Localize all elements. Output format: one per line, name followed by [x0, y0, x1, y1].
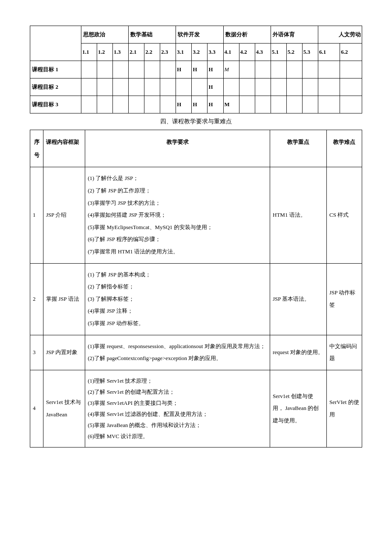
- req-head-seq: 序号: [30, 130, 43, 167]
- req-head-focus: 教学重点: [270, 130, 327, 167]
- req-r1-item-5: (5)掌握 MyEclipsesTomcat、MySQ1 的安装与使用；: [88, 221, 267, 234]
- matrix-r2-c12: [255, 78, 271, 96]
- matrix-r1-c12: [255, 61, 271, 78]
- req-r3-item-2: (2)了解 pageContextconfig>page>exception 对…: [88, 352, 267, 365]
- req-r4-seq: 4: [30, 370, 43, 447]
- req-head-seq-text: 序号: [34, 139, 40, 158]
- req-r2-frame: 掌握 JSP 语法: [43, 263, 85, 335]
- matrix-r3-c11: [239, 96, 255, 113]
- matrix-r2-c16: [318, 78, 340, 96]
- matrix-sub-1-3: 1.3: [113, 44, 129, 61]
- matrix-r2-c2: [97, 78, 113, 96]
- req-head-frame: 课程内容框架: [43, 130, 85, 167]
- matrix-r3-c9: H: [208, 96, 223, 113]
- matrix-sub-3-1: 3.1: [176, 44, 192, 61]
- matrix-row1-label: 课程目标 1: [30, 61, 81, 78]
- matrix-r2-c15: [302, 78, 318, 96]
- matrix-r3-c7: H: [176, 96, 192, 113]
- matrix-r2-c9: H: [208, 78, 223, 96]
- matrix-group-4: 数据分析: [223, 26, 271, 44]
- matrix-group-6: 人文劳动: [318, 26, 362, 44]
- matrix-r1-c16: [318, 61, 340, 78]
- req-r1-item-7: (7)掌握常用 HTM1 语法的使用方法。: [88, 246, 267, 258]
- matrix-group-2: 数学基础: [129, 26, 176, 44]
- req-r4-focus: Serv1et 创建与使用， JavaBean 的创建与使用。: [270, 370, 327, 447]
- matrix-row-3: 课程目标 3 H H H M: [30, 96, 362, 113]
- matrix-sub-6-2: 6.2: [340, 44, 362, 61]
- req-r3-focus: request 对象的使用。: [270, 335, 327, 370]
- matrix-group-3: 软件开发: [176, 26, 223, 44]
- matrix-r1-c8: H: [192, 61, 208, 78]
- matrix-sub-5-3: 5.3: [302, 44, 318, 61]
- req-r1-item-6: (6)了解 JSP 程序的编写步骤；: [88, 233, 267, 246]
- matrix-r2-c17: [340, 78, 362, 96]
- req-r1-item-2: (2) 了解 JSP 的工作原理；: [88, 185, 267, 197]
- req-row-1: 1 JSP 介绍 (1) 了解什么是 JSP； (2) 了解 JSP 的工作原理…: [30, 167, 362, 263]
- matrix-sub-4-3: 4.3: [255, 44, 271, 61]
- requirements-table: 序号 课程内容框架 教学要求 教学重点 教学难点 1 JSP 介绍 (1) 了解…: [30, 130, 362, 447]
- matrix-r1-c15: [302, 61, 318, 78]
- req-r3-diff: 中文编码问题: [327, 335, 362, 370]
- matrix-r3-c6: [160, 96, 176, 113]
- req-r1-frame: JSP 介绍: [43, 167, 85, 263]
- req-r2-focus: JSP 基本语法。: [270, 263, 327, 335]
- matrix-r2-c1: [81, 78, 97, 96]
- req-r2-req: (1) 了解 JSP 的基本构成； (2) 了解指令标签； (3) 了解脚本标签…: [85, 263, 270, 335]
- req-r1-item-1: (1) 了解什么是 JSP；: [88, 172, 267, 185]
- req-r1-seq: 1: [30, 167, 43, 263]
- matrix-sub-2-1: 2.1: [129, 44, 144, 61]
- req-r1-req: (1) 了解什么是 JSP； (2) 了解 JSP 的工作原理； (3)掌握学习…: [85, 167, 270, 263]
- matrix-sub-6-1: 6.1: [318, 44, 340, 61]
- req-r2-item-1: (1) 了解 JSP 的基本构成；: [88, 269, 267, 281]
- req-r4-frame: Serv1et 技术与 JavaBean: [43, 370, 85, 447]
- matrix-r3-c16: [318, 96, 340, 113]
- matrix-r3-c13: [271, 96, 286, 113]
- section-title: 四、课程教学要求与重难点: [30, 118, 362, 125]
- matrix-r3-c15: [302, 96, 318, 113]
- matrix-r2-c7: [176, 78, 192, 96]
- req-r2-seq: 2: [30, 263, 43, 335]
- req-r2-item-4: (4)掌握 JSP 注释；: [88, 305, 267, 317]
- req-r3-req: (1)掌握 request、responsesession、applicatio…: [85, 335, 270, 370]
- matrix-r2-c13: [271, 78, 286, 96]
- matrix-group-1: 思想政治: [81, 26, 128, 44]
- req-r4-req: (1)理解 Serv1et 技术原理； (2)了解 Serv1et 的创建与配置…: [85, 370, 270, 447]
- req-row-3: 3 JSP 内置对象 (1)掌握 request、responsesession…: [30, 335, 362, 370]
- matrix-row2-label: 课程目标 2: [30, 78, 81, 96]
- req-head-diff: 教学难点: [327, 130, 362, 167]
- matrix-r1-c9: H: [208, 61, 223, 78]
- req-r3-frame: JSP 内置对象: [43, 335, 85, 370]
- matrix-r1-c3: [113, 61, 129, 78]
- req-r1-focus: HTM1 语法。: [270, 167, 327, 263]
- matrix-r1-c4: [129, 61, 144, 78]
- matrix-r2-c10: [223, 78, 239, 96]
- matrix-r1-c14: [286, 61, 302, 78]
- matrix-r3-c12: [255, 96, 271, 113]
- matrix-r2-c5: [144, 78, 160, 96]
- req-r1-item-4: (4)掌握如何搭建 JSP 开发环境；: [88, 209, 267, 221]
- matrix-sub-1-2: 1.2: [97, 44, 113, 61]
- matrix-r3-c3: [113, 96, 129, 113]
- matrix-row3-label: 课程目标 3: [30, 96, 81, 113]
- matrix-r2-c14: [286, 78, 302, 96]
- matrix-r1-c2: [97, 61, 113, 78]
- matrix-r1-c6: [160, 61, 176, 78]
- req-head-req: 教学要求: [85, 130, 270, 167]
- matrix-row-2: 课程目标 2 H: [30, 78, 362, 96]
- req-row-4: 4 Serv1et 技术与 JavaBean (1)理解 Serv1et 技术原…: [30, 370, 362, 447]
- matrix-r2-c8: [192, 78, 208, 96]
- matrix-r3-c14: [286, 96, 302, 113]
- matrix-r3-c5: [144, 96, 160, 113]
- matrix-row-1: 课程目标 1 H H H M: [30, 61, 362, 78]
- matrix-r1-c1: [81, 61, 97, 78]
- req-r4-item-2: (2)了解 Serv1et 的创建与配置方法；: [88, 386, 267, 398]
- req-r2-item-5: (5)掌握 JSP 动作标签。: [88, 317, 267, 330]
- req-r4-item-4: (4)掌握 Serv1et 过滤器的创建、配置及使用方法；: [88, 409, 267, 420]
- matrix-sub-5-1: 5.1: [271, 44, 286, 61]
- matrix-r1-c11: [239, 61, 255, 78]
- matrix-r2-c3: [113, 78, 129, 96]
- matrix-group-row: 思想政治 数学基础 软件开发 数据分析 外语体育 人文劳动: [30, 26, 362, 44]
- matrix-r1-c7: H: [176, 61, 192, 78]
- matrix-sub-2-3: 2.3: [160, 44, 176, 61]
- matrix-sub-3-3: 3.3: [208, 44, 223, 61]
